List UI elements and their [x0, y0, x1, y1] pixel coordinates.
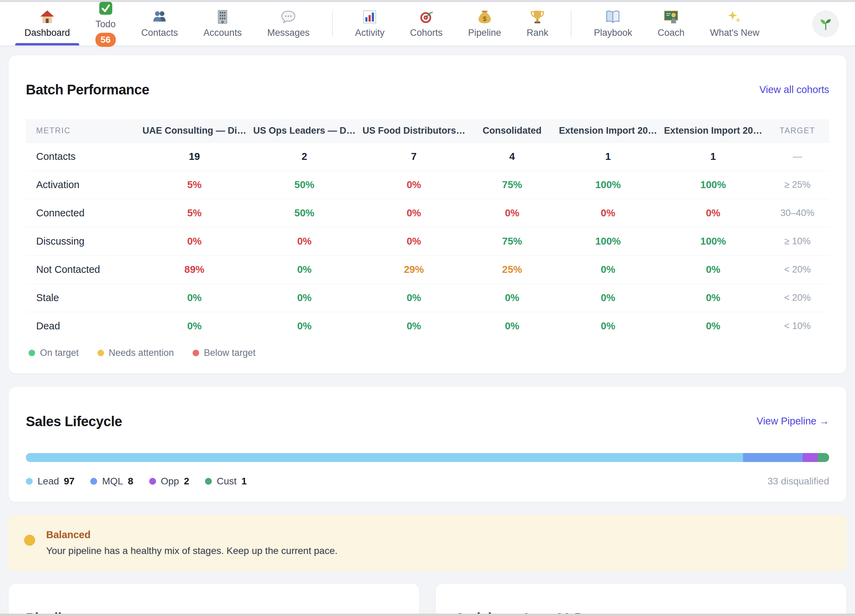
lifecycle-segment-cust [818, 453, 829, 462]
nav-item-rank[interactable]: Rank [514, 2, 561, 46]
nav-item-todo[interactable]: Todo 56 [83, 2, 129, 46]
metric-label: Activation [26, 171, 139, 199]
legend-label: Below target [204, 348, 256, 358]
yellow-status-dot-icon [24, 535, 35, 546]
activity-card: Activity — Last 30 Days 570 total intera… [435, 583, 847, 616]
disqualified-count: 33 disqualified [768, 476, 829, 487]
col-header-cohort[interactable]: Consolidated [469, 119, 556, 143]
metric-value: 100% [556, 227, 661, 256]
col-header-cohort[interactable]: US Ops Leaders — D… [250, 119, 359, 143]
nav-item-whats-new[interactable]: What's New [697, 2, 772, 46]
stage-count: 97 [64, 476, 74, 487]
legend-item-lead: Lead97 [26, 476, 74, 487]
metric-value: 4 [469, 143, 556, 171]
speech-bubble-icon [281, 9, 296, 25]
metric-target: 30–40% [766, 199, 829, 227]
metric-value: 0% [359, 284, 469, 312]
stage-count: 8 [128, 476, 133, 487]
metric-value: 50% [250, 171, 359, 199]
col-header-cohort[interactable]: US Food Distributors… [359, 119, 469, 143]
view-pipeline-link[interactable]: View Pipeline → [757, 415, 829, 427]
nav-label: Playbook [594, 28, 632, 38]
nav-divider [332, 11, 333, 37]
nav-item-cohorts[interactable]: Cohorts [397, 2, 455, 46]
trophy-icon [530, 9, 545, 25]
table-row: Stale 0% 0% 0% 0% 0% 0% < 20% [26, 284, 829, 312]
metric-value: 0% [556, 256, 661, 284]
nav-item-contacts[interactable]: Contacts [129, 2, 191, 46]
seedling-icon [818, 16, 833, 31]
active-tab-underline [15, 43, 79, 46]
check-icon [98, 1, 113, 16]
metric-target: < 20% [766, 284, 829, 312]
nav-label: Cohorts [410, 28, 443, 38]
col-header-cohort[interactable]: Extension Import 20… [556, 119, 661, 143]
metric-value: 89% [139, 256, 250, 284]
metric-value: 0% [661, 199, 766, 227]
pipeline-card: Pipeline 24 82 [8, 583, 420, 616]
nav-label: Coach [657, 28, 685, 38]
metric-value: 75% [469, 171, 556, 199]
sprout-button[interactable] [812, 10, 839, 37]
metric-value: 0% [661, 284, 766, 312]
metric-value: 0% [469, 312, 556, 340]
todo-count-badge: 56 [95, 33, 116, 47]
metric-value: 2 [250, 143, 359, 171]
metric-value: 1 [556, 143, 661, 171]
lifecycle-segment-lead [26, 453, 743, 462]
nav-label: Todo [95, 19, 116, 30]
open-book-icon [605, 9, 621, 25]
batch-performance-title: Batch Performance [26, 82, 149, 98]
col-header-cohort[interactable]: UAE Consulting — Di… [139, 119, 250, 143]
home-icon [40, 9, 55, 25]
table-row: Discussing 0% 0% 0% 75% 100% 100% ≥ 10% [26, 227, 829, 256]
metric-value: 0% [250, 312, 359, 340]
metric-label: Contacts [26, 143, 139, 171]
legend-item-needs-attention: Needs attention [98, 348, 174, 358]
nav-item-activity[interactable]: Activity [342, 2, 398, 46]
window-bottom-edge [0, 614, 855, 616]
col-header-target: TARGET [766, 119, 829, 143]
nav-item-dashboard[interactable]: Dashboard [12, 2, 83, 46]
col-header-cohort[interactable]: Extension Import 20… [661, 119, 766, 143]
metric-value: 0% [359, 227, 469, 256]
cust-dot-icon [205, 478, 212, 485]
metric-value: 100% [556, 171, 661, 199]
stage-label: MQL [102, 476, 123, 487]
nav-item-messages[interactable]: Messages [254, 2, 322, 46]
nav-item-coach[interactable]: Coach [645, 2, 697, 46]
insight-banner: Balanced Your pipeline has a healthy mix… [8, 515, 847, 571]
table-header-row: METRIC UAE Consulting — Di… US Ops Leade… [26, 119, 829, 143]
nav-label: What's New [710, 28, 759, 38]
batch-performance-card: Batch Performance View all cohorts METRI… [8, 55, 847, 374]
metric-value: 0% [250, 284, 359, 312]
metric-value: 0% [556, 284, 661, 312]
metric-label: Discussing [26, 227, 139, 256]
metric-value: 0% [556, 199, 661, 227]
metric-target: — [766, 143, 829, 171]
insight-title: Balanced [46, 529, 338, 541]
yellow-dot-icon [98, 350, 104, 356]
metric-value: 0% [139, 312, 250, 340]
metric-value: 29% [359, 256, 469, 284]
nav-label: Contacts [141, 28, 178, 38]
bar-chart-icon [362, 9, 377, 25]
legend-item-on-target: On target [29, 348, 79, 358]
metric-value: 1 [661, 143, 766, 171]
nav-item-playbook[interactable]: Playbook [581, 2, 645, 46]
people-icon [152, 9, 167, 25]
nav-item-accounts[interactable]: Accounts [191, 2, 254, 46]
stage-label: Opp [161, 476, 179, 487]
metric-label: Not Contacted [26, 256, 139, 284]
metric-target: < 10% [766, 312, 829, 340]
top-navbar: Dashboard Todo 56 Contacts Accounts Mess… [0, 2, 855, 46]
metric-label: Dead [26, 312, 139, 340]
metric-target: < 20% [766, 256, 829, 284]
view-all-cohorts-link[interactable]: View all cohorts [759, 84, 829, 95]
lifecycle-segment-mql [743, 453, 803, 462]
nav-item-pipeline[interactable]: $ Pipeline [455, 2, 514, 46]
opp-dot-icon [149, 478, 156, 485]
metric-value: 0% [469, 199, 556, 227]
metric-value: 0% [661, 312, 766, 340]
metric-target: ≥ 25% [766, 171, 829, 199]
